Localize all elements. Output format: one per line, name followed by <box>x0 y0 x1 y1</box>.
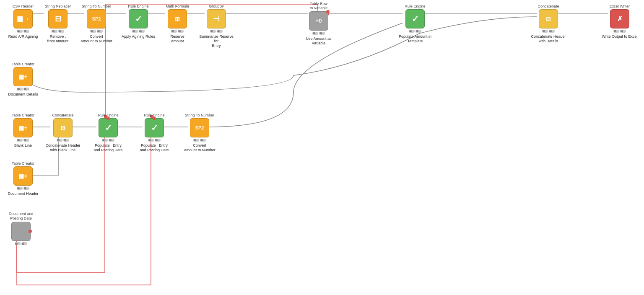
toggle-concat3-2[interactable] <box>63 139 69 142</box>
toggle-stn2-2[interactable] <box>200 139 206 142</box>
toggle-tc2-2[interactable] <box>23 139 29 142</box>
node-icon-tc1: ▦+ <box>18 74 27 80</box>
node-label-re4: Populate Entryand Posting Date <box>135 143 173 153</box>
node-table-creator3[interactable]: Table Creator ▦+ Document Header <box>6 161 40 196</box>
port-red-dpd <box>29 230 32 233</box>
node-rule-engine3[interactable]: Rule Engine ✓ Populate Entryand Posting … <box>91 113 125 153</box>
node-box-tc3[interactable]: ▦+ <box>13 166 33 186</box>
node-title-string-replacer: String Replacer <box>39 4 77 8</box>
toggle-excel-1[interactable] <box>613 30 619 33</box>
node-icon-math: ⊞ <box>175 16 180 22</box>
node-box-tc2[interactable]: ▦+ <box>13 118 33 137</box>
toggle-groupby-2[interactable] <box>217 30 223 33</box>
node-csv-reader[interactable]: CSV Reader ▦→ Read A/R Agining <box>6 4 40 39</box>
node-box-string-replacer[interactable]: ⊟ <box>48 9 68 28</box>
node-box-concat3[interactable]: ⊟ <box>53 118 73 137</box>
node-box-math[interactable]: ⊞ <box>168 9 187 28</box>
node-title-re1: Rule Engine <box>119 4 157 8</box>
node-label-trtv: Use Amount as Variable <box>300 36 338 46</box>
node-box-stn1[interactable]: SP2 <box>87 9 106 28</box>
port-red-trtv <box>326 10 330 13</box>
toggle-concat2-2[interactable] <box>549 30 555 33</box>
node-doc-posting-date[interactable]: Document andPosting Date <box>4 212 38 245</box>
toggle-trtv-1[interactable] <box>312 32 318 35</box>
node-box-csv-reader[interactable]: ▦→ <box>13 9 33 28</box>
node-table-creator2[interactable]: Table Creator ▦+ Blank Line <box>6 113 40 148</box>
node-label-math: ReserveAmount <box>158 34 196 44</box>
node-title-trtv: Table Rowto Variable <box>300 2 338 10</box>
node-box-excel[interactable]: ✗ <box>610 9 629 28</box>
node-box-tc1[interactable]: ▦+ <box>13 67 33 86</box>
toggle-re1-2[interactable] <box>139 30 145 33</box>
node-rule-engine2[interactable]: Rule Engine ✓ Populate Amount in Templat… <box>398 4 432 44</box>
toggle-tc1-1[interactable] <box>17 88 23 91</box>
toggle-re2-2[interactable] <box>415 30 421 33</box>
toggle-stn1-2[interactable] <box>97 30 103 33</box>
node-box-re3[interactable]: ✓ <box>99 118 118 137</box>
toggle-string-replacer-1[interactable] <box>52 30 57 33</box>
toggle-csv-reader-1[interactable] <box>17 30 23 33</box>
node-label-stn1: ConvertAmount to Number <box>78 34 115 44</box>
toggle-string-replacer-2[interactable] <box>58 30 64 33</box>
node-string-to-number1[interactable]: String To Number SP2 ConvertAmount to Nu… <box>80 4 113 44</box>
toggle-tc3-2[interactable] <box>23 187 29 190</box>
node-title-tc3: Table Creator <box>4 161 42 166</box>
node-box-dpd[interactable] <box>11 222 31 241</box>
node-string-replacer[interactable]: String Replacer ⊟ Remove ,from amount <box>41 4 75 44</box>
toggle-math-1[interactable] <box>171 30 177 33</box>
node-concatenate2[interactable]: Concatenate ⊟ Concatenate Headerwith Det… <box>532 4 565 44</box>
toggle-re3-1[interactable] <box>102 139 108 142</box>
toggle-math-2[interactable] <box>178 30 184 33</box>
node-excel-writer[interactable]: Excel Writer ✗ Write Output to Excel <box>603 4 636 39</box>
node-icon-re2: ✓ <box>412 15 419 23</box>
toggle-stn1-1[interactable] <box>90 30 96 33</box>
node-string-to-number2[interactable]: String To Number SP2 ConvertAmount to Nu… <box>183 113 216 153</box>
node-concatenate3[interactable]: Concatenate ⊟ Concatenate Headerwith Bla… <box>46 113 80 153</box>
node-label-tc2: Blank Line <box>4 143 42 148</box>
toggle-dpd-2[interactable] <box>21 242 27 245</box>
node-icon-excel: ✗ <box>617 16 623 22</box>
node-icon-tc3: ▦+ <box>18 173 27 179</box>
node-label-re2: Populate Amount in Template <box>396 34 434 44</box>
toggle-stn2-1[interactable] <box>193 139 199 142</box>
toggle-tc1-2[interactable] <box>23 88 29 91</box>
node-label-stn2: ConvertAmount to Number <box>181 143 218 153</box>
node-box-trtv[interactable]: +0 <box>309 11 328 31</box>
toggle-tc3-1[interactable] <box>17 187 23 190</box>
toggle-groupby-1[interactable] <box>210 30 216 33</box>
toggle-concat3-1[interactable] <box>57 139 62 142</box>
node-rule-engine4[interactable]: Rule Engine ✓ Populate Entryand Posting … <box>138 113 171 153</box>
node-box-re2[interactable]: ✓ <box>405 9 425 28</box>
toggle-re1-1[interactable] <box>132 30 138 33</box>
node-rule-engine1[interactable]: Rule Engine ✓ Apply Agining Rules <box>122 4 155 39</box>
node-title-concat2: Concatenate <box>530 4 567 8</box>
node-box-groupby[interactable]: ⊣ <box>207 9 226 28</box>
node-box-re1[interactable]: ✓ <box>129 9 148 28</box>
toggle-tc2-1[interactable] <box>17 139 23 142</box>
node-table-row-to-var[interactable]: Table Rowto Variable +0 Use Amount as Va… <box>302 2 335 45</box>
node-icon-concat3: ⊟ <box>60 125 65 131</box>
node-label-re3: Populate Entryand Posting Date <box>89 143 127 153</box>
node-icon-string-replacer: ⊟ <box>55 15 61 23</box>
toggle-re3-2[interactable] <box>109 139 114 142</box>
node-label-excel: Write Output to Excel <box>601 34 639 39</box>
node-icon-re1: ✓ <box>135 15 142 23</box>
node-title-stn2: String To Number <box>181 113 218 117</box>
node-title-concat3: Concatenate <box>44 113 82 117</box>
node-table-creator1[interactable]: Table Creator ▦+ Document Details <box>6 62 40 97</box>
toggle-trtv-2[interactable] <box>319 32 325 35</box>
node-groupby[interactable]: GroupBy ⊣ Summarize Reserve forEntry <box>200 4 233 48</box>
toggle-re2-1[interactable] <box>409 30 415 33</box>
node-box-stn2[interactable]: SP2 <box>190 118 209 137</box>
toggle-concat2-1[interactable] <box>542 30 548 33</box>
toggle-csv-reader-2[interactable] <box>23 30 29 33</box>
toggle-re4-2[interactable] <box>155 139 161 142</box>
toggle-re4-1[interactable] <box>148 139 154 142</box>
node-icon-stn1: SP2 <box>92 17 101 21</box>
toggle-dpd-1[interactable] <box>15 242 21 245</box>
toggle-excel-2[interactable] <box>620 30 626 33</box>
node-box-concat2[interactable]: ⊟ <box>539 9 558 28</box>
node-icon-re3: ✓ <box>105 124 112 132</box>
node-box-re4[interactable]: ✓ <box>145 118 164 137</box>
node-math-formula[interactable]: Math Formula ⊞ ReserveAmount <box>161 4 194 44</box>
